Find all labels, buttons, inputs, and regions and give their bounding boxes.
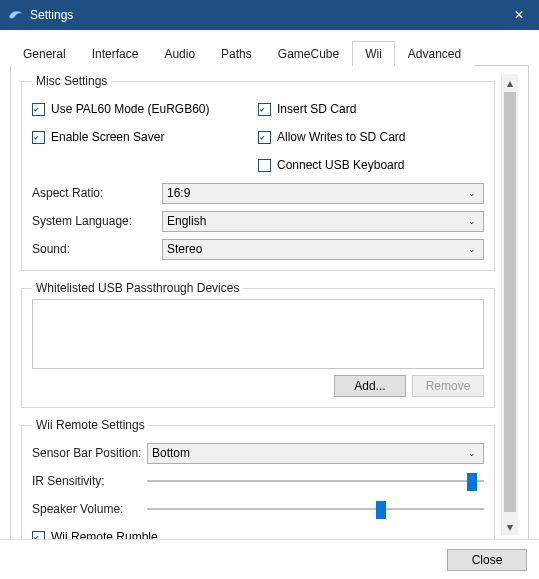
aspect-ratio-value: 16:9 bbox=[167, 186, 465, 200]
window-title: Settings bbox=[30, 8, 499, 22]
dolphin-icon bbox=[6, 6, 24, 24]
scroll-down-icon[interactable]: ▾ bbox=[502, 518, 518, 535]
slider-thumb[interactable] bbox=[376, 501, 386, 519]
chevron-down-icon: ⌄ bbox=[465, 188, 479, 198]
aspect-ratio-label: Aspect Ratio: bbox=[32, 186, 162, 200]
titlebar: Settings ✕ bbox=[0, 0, 539, 30]
tab-interface[interactable]: Interface bbox=[79, 41, 152, 66]
pal60-label: Use PAL60 Mode (EuRGB60) bbox=[51, 102, 210, 116]
remove-button: Remove bbox=[412, 375, 484, 397]
usb-passthrough-legend: Whitelisted USB Passthrough Devices bbox=[32, 281, 243, 295]
tab-paths[interactable]: Paths bbox=[208, 41, 265, 66]
screensaver-checkbox[interactable]: Enable Screen Saver bbox=[32, 130, 164, 144]
sound-label: Sound: bbox=[32, 242, 162, 256]
tab-gamecube[interactable]: GameCube bbox=[265, 41, 352, 66]
insert-sd-checkbox[interactable]: Insert SD Card bbox=[258, 102, 356, 116]
chevron-down-icon: ⌄ bbox=[465, 448, 479, 458]
system-language-select[interactable]: English ⌄ bbox=[162, 211, 484, 232]
pal60-checkbox[interactable]: Use PAL60 Mode (EuRGB60) bbox=[32, 102, 210, 116]
checkmark-icon bbox=[258, 131, 271, 144]
usb-device-listbox[interactable] bbox=[32, 299, 484, 369]
tab-audio[interactable]: Audio bbox=[151, 41, 208, 66]
sensor-bar-value: Bottom bbox=[152, 446, 465, 460]
usb-kb-label: Connect USB Keyboard bbox=[277, 158, 404, 172]
sd-write-label: Allow Writes to SD Card bbox=[277, 130, 405, 144]
sound-select[interactable]: Stereo ⌄ bbox=[162, 239, 484, 260]
chevron-down-icon: ⌄ bbox=[465, 244, 479, 254]
speaker-volume-label: Speaker Volume: bbox=[32, 502, 147, 516]
chevron-down-icon: ⌄ bbox=[465, 216, 479, 226]
screensaver-label: Enable Screen Saver bbox=[51, 130, 164, 144]
close-button[interactable]: Close bbox=[447, 549, 527, 571]
usb-passthrough-group: Whitelisted USB Passthrough Devices Add.… bbox=[21, 281, 495, 408]
misc-settings-legend: Misc Settings bbox=[32, 74, 111, 88]
sensor-bar-label: Sensor Bar Position: bbox=[32, 446, 147, 460]
sound-value: Stereo bbox=[167, 242, 465, 256]
tab-wii[interactable]: Wii bbox=[352, 41, 395, 66]
sd-write-checkbox[interactable]: Allow Writes to SD Card bbox=[258, 130, 405, 144]
system-language-value: English bbox=[167, 214, 465, 228]
wii-remote-legend: Wii Remote Settings bbox=[32, 418, 149, 432]
misc-settings-group: Misc Settings Use PAL60 Mode (EuRGB60) bbox=[21, 74, 495, 271]
slider-track bbox=[147, 480, 484, 482]
sensor-bar-select[interactable]: Bottom ⌄ bbox=[147, 443, 484, 464]
insert-sd-label: Insert SD Card bbox=[277, 102, 356, 116]
ir-sensitivity-slider[interactable] bbox=[147, 470, 484, 492]
tab-general[interactable]: General bbox=[10, 41, 79, 66]
scroll-up-icon[interactable]: ▴ bbox=[502, 74, 518, 91]
speaker-volume-slider[interactable] bbox=[147, 498, 484, 520]
system-language-label: System Language: bbox=[32, 214, 162, 228]
close-icon[interactable]: ✕ bbox=[499, 0, 539, 30]
scrollbar-thumb[interactable] bbox=[504, 92, 516, 512]
ir-sensitivity-label: IR Sensitivity: bbox=[32, 474, 147, 488]
client-area: General Interface Audio Paths GameCube W… bbox=[0, 30, 539, 579]
checkbox-empty-icon bbox=[258, 159, 271, 172]
tab-content: Misc Settings Use PAL60 Mode (EuRGB60) bbox=[10, 66, 529, 544]
wii-remote-group: Wii Remote Settings Sensor Bar Position:… bbox=[21, 418, 495, 559]
tab-advanced[interactable]: Advanced bbox=[395, 41, 474, 66]
dialog-footer: Close bbox=[0, 539, 539, 579]
checkmark-icon bbox=[32, 103, 45, 116]
slider-track bbox=[147, 508, 484, 510]
tabstrip: General Interface Audio Paths GameCube W… bbox=[10, 40, 529, 66]
aspect-ratio-select[interactable]: 16:9 ⌄ bbox=[162, 183, 484, 204]
add-button[interactable]: Add... bbox=[334, 375, 406, 397]
usb-kb-checkbox[interactable]: Connect USB Keyboard bbox=[258, 158, 404, 172]
vertical-scrollbar[interactable]: ▴ ▾ bbox=[501, 74, 518, 535]
checkmark-icon bbox=[32, 131, 45, 144]
slider-thumb[interactable] bbox=[467, 473, 477, 491]
checkmark-icon bbox=[258, 103, 271, 116]
